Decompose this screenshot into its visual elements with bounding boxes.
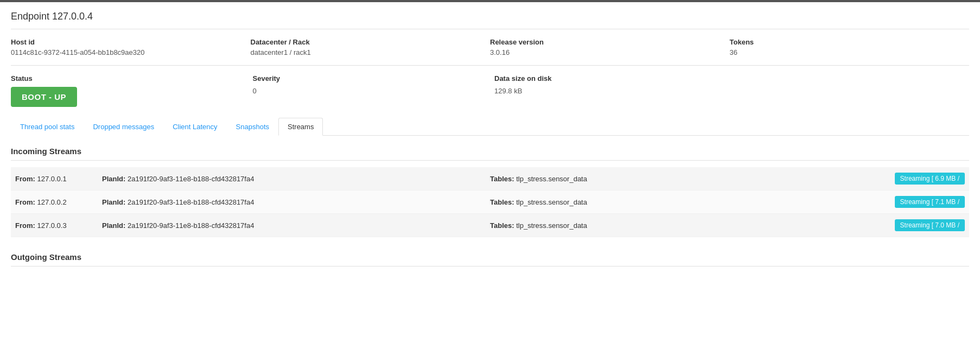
severity-col: Severity 0 [253,74,486,107]
outgoing-streams-title: Outgoing Streams [11,252,969,266]
stream-from-2: From: 127.0.0.2 [15,198,102,206]
tab-thread-pool-stats[interactable]: Thread pool stats [11,118,84,136]
tables-value-3: tlp_stress.sensor_data [516,221,587,230]
stream-from-3: From: 127.0.0.3 [15,221,102,230]
tables-label-2: Tables: [490,198,516,206]
disk-value: 129.8 kB [494,87,728,95]
stream-status-3: Streaming [ 7.0 MB / [878,219,965,231]
stream-from-1: From: 127.0.0.1 [15,175,102,183]
stream-status-1: Streaming [ 6.9 MB / [878,173,965,185]
tab-client-latency[interactable]: Client Latency [163,118,226,136]
from-label-1: From: [15,175,37,183]
table-row: From: 127.0.0.1 PlanId: 2a191f20-9af3-11… [11,167,969,191]
stream-status-2: Streaming [ 7.1 MB / [878,196,965,208]
disk-col: Data size on disk 129.8 kB [494,74,728,107]
tables-label-3: Tables: [490,221,516,230]
tokens-value: 36 [730,48,970,56]
stream-tables-3: Tables: tlp_stress.sensor_data [490,221,878,230]
boot-up-button[interactable]: BOOT - UP [11,87,77,107]
status-label: Status [11,74,244,83]
stream-planid-1: PlanId: 2a191f20-9af3-11e8-b188-cfd43281… [102,175,490,183]
status-row: Status BOOT - UP Severity 0 Data size on… [11,74,969,107]
endpoint-title: Endpoint 127.0.0.4 [11,11,969,29]
streaming-badge-1: Streaming [ 6.9 MB / [895,173,965,185]
outgoing-streams-section: Outgoing Streams [11,252,969,266]
info-row: Host id 0114c81c-9372-4115-a054-bb1b8c9a… [11,38,969,66]
streams-tab-content: Incoming Streams From: 127.0.0.1 PlanId:… [11,136,969,278]
stream-planid-3: PlanId: 2a191f20-9af3-11e8-b188-cfd43281… [102,221,490,230]
stream-tables-1: Tables: tlp_stress.sensor_data [490,175,878,183]
table-row: From: 127.0.0.2 PlanId: 2a191f20-9af3-11… [11,191,969,214]
release-label: Release version [490,38,730,46]
planid-label-1: PlanId: [102,175,128,183]
tables-value-2: tlp_stress.sensor_data [516,198,587,206]
tables-value-1: tlp_stress.sensor_data [516,175,587,183]
from-value-2: 127.0.0.2 [37,198,66,206]
planid-value-2: 2a191f20-9af3-11e8-b188-cfd432817fa4 [128,198,254,206]
tokens-label: Tokens [730,38,970,46]
host-id-section: Host id 0114c81c-9372-4115-a054-bb1b8c9a… [11,38,251,56]
stream-planid-2: PlanId: 2a191f20-9af3-11e8-b188-cfd43281… [102,198,490,206]
incoming-streams-title: Incoming Streams [11,147,969,161]
datacenter-value: datacenter1 / rack1 [251,48,491,56]
severity-value: 0 [253,87,486,95]
release-value: 3.0.16 [490,48,730,56]
status-col: Status BOOT - UP [11,74,244,107]
streaming-badge-3: Streaming [ 7.0 MB / [895,219,965,231]
datacenter-section: Datacenter / Rack datacenter1 / rack1 [251,38,491,56]
tab-dropped-messages[interactable]: Dropped messages [84,118,163,136]
planid-label-2: PlanId: [102,198,128,206]
planid-label-3: PlanId: [102,221,128,230]
page-container: Endpoint 127.0.0.4 Host id 0114c81c-9372… [0,2,980,287]
empty-col [736,74,970,107]
planid-value-1: 2a191f20-9af3-11e8-b188-cfd432817fa4 [128,175,254,183]
host-id-label: Host id [11,38,251,46]
from-label-3: From: [15,221,37,230]
table-row: From: 127.0.0.3 PlanId: 2a191f20-9af3-11… [11,214,969,237]
from-value-3: 127.0.0.3 [37,221,66,230]
streaming-badge-2: Streaming [ 7.1 MB / [895,196,965,208]
planid-value-3: 2a191f20-9af3-11e8-b188-cfd432817fa4 [128,221,254,230]
tab-streams[interactable]: Streams [278,118,323,136]
datacenter-label: Datacenter / Rack [251,38,491,46]
stream-tables-2: Tables: tlp_stress.sensor_data [490,198,878,206]
tab-snapshots[interactable]: Snapshots [227,118,278,136]
host-id-value: 0114c81c-9372-4115-a054-bb1b8c9ae320 [11,48,251,56]
from-value-1: 127.0.0.1 [37,175,66,183]
tables-label-1: Tables: [490,175,516,183]
tokens-section: Tokens 36 [730,38,970,56]
release-section: Release version 3.0.16 [490,38,730,56]
disk-label: Data size on disk [494,74,728,83]
from-label-2: From: [15,198,37,206]
severity-label: Severity [253,74,486,83]
tabs-bar: Thread pool stats Dropped messages Clien… [11,118,969,136]
